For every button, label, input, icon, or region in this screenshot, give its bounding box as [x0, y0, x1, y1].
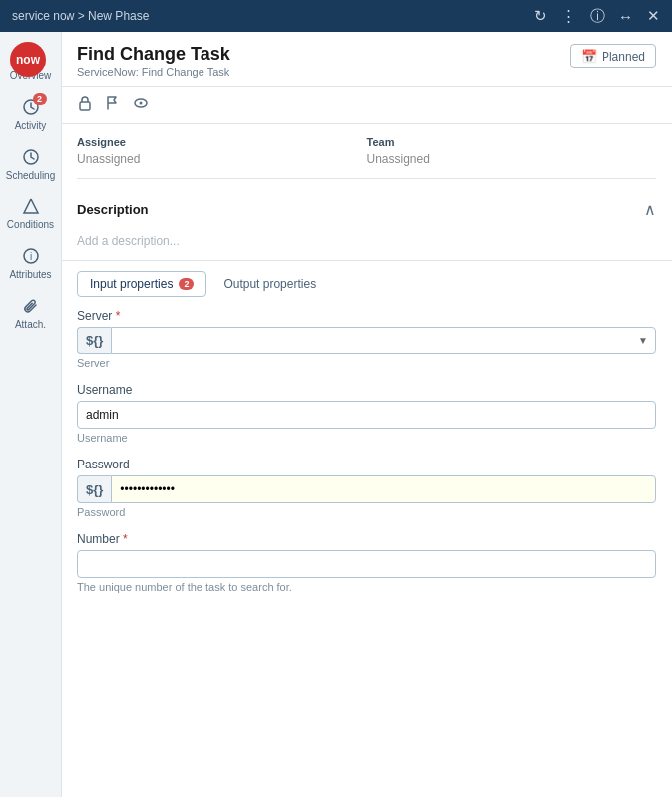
top-bar-actions: ↻ ⋮ ⓘ ↔ ✕	[534, 7, 660, 26]
toolbar	[62, 87, 672, 124]
server-label: Server *	[77, 309, 656, 323]
username-label: Username	[77, 383, 656, 397]
tabs-row: Input properties 2 Output properties	[77, 271, 656, 297]
assignee-section: Assignee Unassigned Team Unassigned	[62, 124, 672, 191]
refresh-icon[interactable]: ↻	[534, 7, 547, 25]
main-layout: Overview 2 Activity Scheduling Condition…	[0, 32, 672, 797]
breadcrumb: service now > New Phase	[12, 9, 149, 23]
collapse-icon[interactable]: ∧	[644, 200, 656, 219]
password-prefix: ${}	[77, 475, 111, 503]
assignee-col: Assignee Unassigned	[77, 136, 367, 166]
page-title: Find Change Task	[77, 44, 230, 65]
tabs-section: Input properties 2 Output properties	[62, 261, 672, 309]
close-icon[interactable]: ✕	[647, 7, 660, 25]
description-toggle[interactable]: Description ∧	[62, 191, 672, 229]
password-input[interactable]	[111, 475, 656, 503]
number-hint: The unique number of the task to search …	[77, 581, 656, 593]
sidebar-item-scheduling[interactable]: Scheduling	[0, 139, 61, 189]
svg-text:i: i	[29, 251, 31, 262]
tab-input-label: Input properties	[90, 277, 173, 291]
description-body: Add a description...	[62, 229, 672, 260]
svg-point-10	[140, 102, 143, 105]
attach-icon	[21, 296, 41, 316]
server-prefix: ${}	[77, 327, 111, 354]
more-icon[interactable]: ⋮	[561, 7, 576, 25]
tab-input-badge: 2	[179, 278, 194, 290]
info-icon[interactable]: ⓘ	[590, 7, 605, 26]
servicenow-logo: now	[10, 42, 46, 77]
assignee-label: Assignee	[77, 136, 367, 148]
top-bar: service now > New Phase ↻ ⋮ ⓘ ↔ ✕	[0, 0, 672, 32]
username-input[interactable]	[77, 401, 656, 429]
eye-icon[interactable]	[133, 95, 149, 115]
number-field-group: Number * The unique number of the task t…	[77, 532, 656, 593]
sidebar-item-attach[interactable]: Attach.	[0, 288, 61, 337]
sidebar-item-activity-label: Activity	[15, 120, 47, 131]
page-header: Find Change Task ServiceNow: Find Change…	[62, 32, 672, 87]
conditions-icon	[21, 197, 41, 216]
content-area: Find Change Task ServiceNow: Find Change…	[62, 32, 672, 797]
password-field-row: ${}	[77, 475, 656, 503]
description-section: Description ∧ Add a description...	[62, 191, 672, 261]
status-label: Planned	[602, 50, 645, 64]
password-field-group: Password ${} Password	[77, 458, 656, 518]
attributes-icon: i	[21, 246, 41, 266]
team-label: Team	[367, 136, 657, 148]
sidebar-item-conditions-label: Conditions	[7, 219, 54, 230]
description-label: Description	[77, 202, 149, 217]
svg-marker-5	[24, 199, 38, 213]
number-label: Number *	[77, 532, 656, 546]
server-field-group: Server * ${} ▼ Server	[77, 309, 656, 369]
status-badge[interactable]: 📅 Planned	[570, 44, 656, 68]
server-select[interactable]	[111, 327, 656, 354]
sidebar: Overview 2 Activity Scheduling Condition…	[0, 32, 62, 797]
sidebar-item-activity[interactable]: 2 Activity	[0, 89, 61, 139]
activity-badge: 2	[33, 93, 47, 105]
server-dropdown-wrapper: ▼	[111, 327, 656, 354]
server-hint: Server	[77, 357, 656, 369]
team-value: Unassigned	[367, 152, 657, 166]
form-area: Server * ${} ▼ Server Username Userna	[62, 309, 672, 797]
username-hint: Username	[77, 432, 656, 444]
sidebar-item-scheduling-label: Scheduling	[6, 170, 55, 181]
team-col: Team Unassigned	[367, 136, 657, 166]
number-input[interactable]	[77, 550, 656, 578]
page-subtitle: ServiceNow: Find Change Task	[77, 66, 230, 78]
sidebar-item-attributes-label: Attributes	[9, 269, 51, 280]
flag-icon[interactable]	[105, 95, 121, 115]
tab-input-properties[interactable]: Input properties 2	[77, 271, 206, 297]
server-required: *	[112, 309, 120, 323]
tab-output-properties[interactable]: Output properties	[210, 271, 329, 297]
calendar-icon: 📅	[581, 49, 597, 64]
username-field-group: Username Username	[77, 383, 656, 444]
server-field-row: ${} ▼	[77, 327, 656, 354]
sidebar-item-attach-label: Attach.	[15, 319, 46, 330]
scheduling-icon	[21, 147, 41, 167]
assignee-value: Unassigned	[77, 152, 367, 166]
password-hint: Password	[77, 506, 656, 518]
lock-icon[interactable]	[77, 95, 93, 115]
tab-output-label: Output properties	[223, 277, 316, 291]
number-required: *	[120, 532, 128, 546]
activity-icon: 2	[21, 97, 41, 117]
password-label: Password	[77, 458, 656, 471]
header-left: Find Change Task ServiceNow: Find Change…	[77, 44, 230, 78]
description-placeholder: Add a description...	[77, 234, 180, 248]
svg-rect-8	[80, 102, 90, 110]
sidebar-item-attributes[interactable]: i Attributes	[0, 238, 61, 288]
expand-icon[interactable]: ↔	[618, 8, 633, 25]
assign-row: Assignee Unassigned Team Unassigned	[77, 136, 656, 179]
sidebar-item-conditions[interactable]: Conditions	[0, 189, 61, 238]
